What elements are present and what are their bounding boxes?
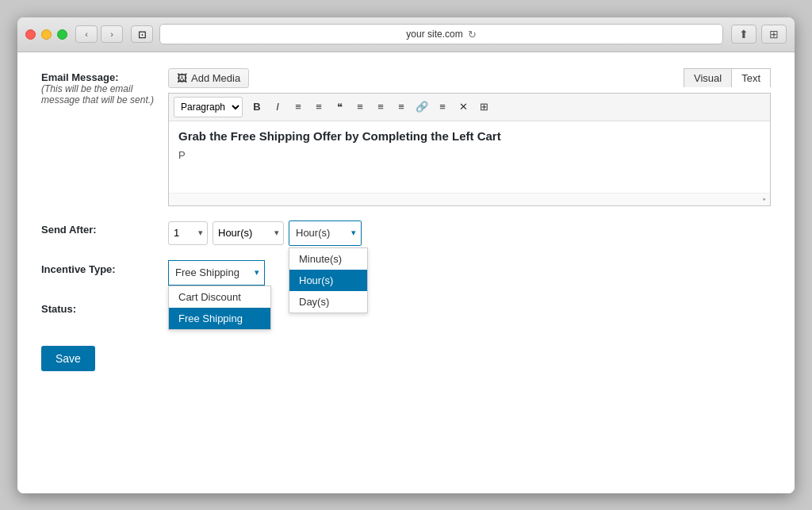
- reader-icon: ⊡: [138, 29, 147, 40]
- bold-button[interactable]: B: [247, 98, 266, 117]
- add-media-button[interactable]: 🖼 Add Media: [168, 68, 249, 88]
- tab-text[interactable]: Text: [731, 69, 770, 87]
- hours-dropdown-wrapper: Hour(s) Minute(s) Hour(s) Day(s): [289, 220, 362, 246]
- send-after-number-wrapper: 1 2 3: [168, 221, 208, 245]
- send-after-unit-select[interactable]: Hour(s) Minute(s) Day(s): [213, 221, 284, 245]
- status-row: Status: Published Draft: [41, 300, 771, 324]
- ul-button[interactable]: ≡: [289, 98, 308, 117]
- paragraph-select[interactable]: Paragraph: [174, 97, 243, 117]
- editor-resize-handle[interactable]: ‣: [169, 193, 770, 205]
- dropdown-item-hours[interactable]: Hour(s): [289, 270, 367, 291]
- ol-button[interactable]: ≡: [309, 98, 328, 117]
- send-after-unit-wrapper: Hour(s) Minute(s) Day(s): [213, 221, 284, 245]
- forward-button[interactable]: ›: [101, 25, 123, 43]
- italic-button[interactable]: I: [268, 98, 287, 117]
- save-button[interactable]: Save: [41, 346, 95, 371]
- hours-open-dropdown-select[interactable]: Hour(s): [289, 221, 361, 245]
- link-button[interactable]: 🔗: [412, 98, 431, 117]
- dropdown-item-free-shipping[interactable]: Free Shipping: [169, 308, 270, 329]
- nav-buttons: ‹ ›: [75, 25, 123, 43]
- title-bar: ‹ › ⊡ your site.com ↻ ⬆ ⊞: [17, 17, 795, 52]
- incentive-select-wrapper: Free Shipping Cart Discount: [168, 260, 265, 286]
- send-after-row: Send After: 1 2 3 Hour(s): [41, 220, 771, 246]
- dropdown-item-cart-discount[interactable]: Cart Discount: [169, 286, 270, 308]
- address-bar[interactable]: your site.com ↻: [159, 24, 723, 44]
- share-button[interactable]: ⬆: [731, 25, 756, 44]
- dropdown-item-minutes[interactable]: Minute(s): [289, 248, 367, 270]
- align-left-button[interactable]: ≡: [350, 98, 370, 117]
- blockquote-button[interactable]: ❝: [330, 98, 349, 117]
- incentive-type-row: Incentive Type: Free Shipping Cart Disco…: [41, 260, 771, 286]
- hours-dropdown: Minute(s) Hour(s) Day(s): [289, 247, 368, 313]
- action-buttons: ⬆ ⊞: [731, 25, 787, 44]
- send-after-inputs: 1 2 3 Hour(s) Minute(s) Day(s): [168, 220, 771, 246]
- incentive-dropdown: Cart Discount Free Shipping: [168, 286, 271, 330]
- align-center-button[interactable]: ≡: [371, 98, 390, 117]
- maximize-button[interactable]: [57, 29, 67, 40]
- table-button[interactable]: ⊞: [474, 98, 493, 117]
- reload-button[interactable]: ↻: [468, 29, 477, 40]
- status-label: Status:: [41, 300, 168, 315]
- editor-toolbar: Paragraph B I ≡ ≡ ❝ ≡ ≡ ≡ 🔗 ≡ ✕ ⊞: [169, 94, 770, 121]
- email-message-row: Email Message: (This will be the email m…: [41, 68, 771, 206]
- new-tab-button[interactable]: ⊞: [761, 25, 787, 44]
- send-after-number-select[interactable]: 1 2 3: [168, 221, 208, 245]
- align-right-button[interactable]: ≡: [392, 98, 411, 117]
- send-after-label: Send After:: [41, 220, 168, 236]
- send-after-controls: 1 2 3 Hour(s) Minute(s) Day(s): [168, 220, 771, 246]
- hours-open-select[interactable]: Hour(s): [289, 220, 362, 246]
- editor-area: 🖼 Add Media Visual Text: [168, 68, 771, 206]
- dropdown-item-days[interactable]: Day(s): [289, 291, 367, 313]
- editor-body[interactable]: Grab the Free Shipping Offer by Completi…: [169, 121, 770, 193]
- editor-topbar: 🖼 Add Media Visual Text: [168, 68, 771, 88]
- incentive-type-label: Incentive Type:: [41, 260, 168, 275]
- email-message-sub-label: (This will be the email message that wil…: [41, 83, 168, 105]
- remove-format-button[interactable]: ✕: [454, 98, 473, 117]
- reader-button[interactable]: ⊡: [131, 25, 153, 43]
- editor-heading: Grab the Free Shipping Offer by Completi…: [178, 129, 760, 143]
- more-button[interactable]: ≡: [433, 98, 452, 117]
- traffic-lights: [25, 29, 67, 40]
- media-icon: 🖼: [177, 72, 187, 84]
- editor-wrapper: Paragraph B I ≡ ≡ ❝ ≡ ≡ ≡ 🔗 ≡ ✕ ⊞: [168, 93, 771, 206]
- close-button[interactable]: [25, 29, 36, 40]
- editor-paragraph: P: [178, 149, 760, 161]
- email-message-label: Email Message: (This will be the email m…: [41, 68, 168, 105]
- browser-content: Email Message: (This will be the email m…: [17, 52, 795, 493]
- view-tabs: Visual Text: [684, 68, 771, 87]
- incentive-type-controls: Free Shipping Cart Discount Cart Discoun…: [168, 260, 771, 286]
- back-button[interactable]: ‹: [75, 25, 98, 43]
- tab-visual[interactable]: Visual: [684, 69, 731, 87]
- url-text: your site.com: [406, 29, 462, 40]
- incentive-type-select[interactable]: Free Shipping Cart Discount: [169, 261, 264, 285]
- minimize-button[interactable]: [41, 29, 52, 40]
